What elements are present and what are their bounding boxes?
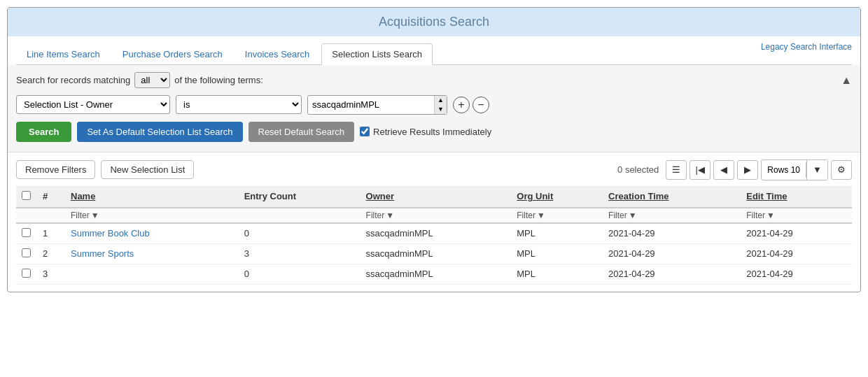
match-suffix: of the following terms: <box>174 75 262 85</box>
results-toolbar-left: Remove Filters New Selection List <box>16 160 194 179</box>
filter-funnel-icon-2: ▼ <box>386 211 394 220</box>
entry-count-col-label: Entry Count <box>244 191 296 201</box>
filter-icon: ☰ <box>672 164 680 175</box>
remove-filter-button[interactable]: − <box>472 97 489 113</box>
remove-filters-button[interactable]: Remove Filters <box>16 160 95 179</box>
filter-funnel-icon-3: ▼ <box>537 211 545 220</box>
row-checkbox-2[interactable] <box>22 269 31 278</box>
row-edit-time-0: 2021-04-29 <box>741 223 852 244</box>
prev-page-button[interactable]: ◀ <box>713 160 734 180</box>
column-settings-button[interactable]: ⚙ <box>831 160 852 180</box>
retrieve-immediately-label[interactable]: Retrieve Results Immediately <box>360 127 491 137</box>
operator-select[interactable]: is is not contains <box>176 95 302 114</box>
search-panel: Search for records matching all any of t… <box>8 65 860 152</box>
num-col-label: # <box>43 191 48 201</box>
collapse-button[interactable]: ▲ <box>841 74 852 87</box>
filter-criteria-row: Selection List - Owner is is not contain… <box>16 95 852 115</box>
row-num-0: 1 <box>37 223 65 244</box>
header-owner-col[interactable]: Owner <box>360 186 512 208</box>
spin-up-button[interactable]: ▲ <box>435 96 447 105</box>
row-num-2: 3 <box>37 264 65 284</box>
new-selection-list-button[interactable]: New Selection List <box>101 160 194 179</box>
legacy-search-link[interactable]: Legacy Search Interface <box>761 42 852 52</box>
row-entry-count-0: 0 <box>239 223 360 244</box>
rows-label: Rows 10 <box>762 162 806 178</box>
row-name-0: Summer Book Club <box>65 223 239 244</box>
select-all-checkbox[interactable] <box>22 191 31 200</box>
filter-funnel-icon: ▼ <box>91 211 99 220</box>
row-entry-count-1: 3 <box>239 243 360 264</box>
tab-line-items[interactable]: Line Items Search <box>16 43 111 64</box>
row-org-unit-0: MPL <box>511 223 603 244</box>
owner-filter: Filter ▼ <box>366 211 506 220</box>
value-field[interactable] <box>308 97 434 113</box>
tab-invoices[interactable]: Invoices Search <box>234 43 321 64</box>
row-checkbox-1[interactable] <box>22 248 31 257</box>
retrieve-immediately-checkbox[interactable] <box>360 127 370 136</box>
tab-purchase-orders[interactable]: Purchase Orders Search <box>112 43 233 64</box>
name-col-label: Name <box>71 191 95 201</box>
edit-time-col-label: Edit Time <box>746 191 787 201</box>
first-page-button[interactable]: |◀ <box>690 160 710 180</box>
row-num-1: 2 <box>37 243 65 264</box>
gear-icon: ⚙ <box>837 164 846 175</box>
prev-page-icon: ◀ <box>720 164 727 175</box>
org-unit-filter: Filter ▼ <box>517 211 597 220</box>
app-title: Acquisitions Search <box>379 15 489 29</box>
name-link-1[interactable]: Summer Sports <box>71 248 134 259</box>
rows-per-page-group: Rows 10 ▼ <box>761 159 828 180</box>
name-link-0[interactable]: Summer Book Club <box>71 228 150 239</box>
row-org-unit-1: MPL <box>511 243 603 264</box>
match-prefix: Search for records matching <box>16 75 130 85</box>
row-checkbox-0[interactable] <box>22 228 31 237</box>
search-button[interactable]: Search <box>16 122 71 142</box>
row-entry-count-2: 0 <box>239 264 360 284</box>
header-checkbox-col <box>16 186 37 208</box>
row-org-unit-2: MPL <box>511 264 603 284</box>
row-name-1: Summer Sports <box>65 243 239 264</box>
results-toolbar: Remove Filters New Selection List 0 sele… <box>16 159 852 180</box>
results-area: Remove Filters New Selection List 0 sele… <box>8 152 860 292</box>
spin-buttons: ▲ ▼ <box>434 96 447 114</box>
owner-col-label: Owner <box>366 191 394 201</box>
spin-down-button[interactable]: ▼ <box>435 105 447 114</box>
tab-selection-lists[interactable]: Selection Lists Search <box>321 43 433 65</box>
creation-time-col-label: Creation Time <box>608 191 668 201</box>
table-row: 2 Summer Sports 3 ssacqadminMPL MPL 2021… <box>16 243 852 264</box>
add-filter-button[interactable]: + <box>453 97 470 113</box>
next-page-icon: ▶ <box>744 164 751 175</box>
table-header-row: # Name Entry Count Owner Org Unit <box>16 186 852 208</box>
value-input-group: ▲ ▼ <box>307 95 447 115</box>
match-select[interactable]: all any <box>134 72 170 88</box>
header-edit-time-col[interactable]: Edit Time <box>741 186 852 208</box>
reset-default-button[interactable]: Reset Default Search <box>248 122 355 142</box>
search-panel-header: Search for records matching all any of t… <box>16 72 852 88</box>
rows-dropdown-button[interactable]: ▼ <box>806 160 827 180</box>
row-owner-0: ssacqadminMPL <box>360 223 512 244</box>
app-header: Acquisitions Search <box>8 8 860 36</box>
header-name-col[interactable]: Name <box>65 186 239 208</box>
app-container: Acquisitions Search Legacy Search Interf… <box>7 7 861 292</box>
row-creation-time-0: 2021-04-29 <box>603 223 741 244</box>
table-row: 3 0 ssacqadminMPL MPL 2021-04-29 2021-04… <box>16 264 852 284</box>
creation-filter: Filter ▼ <box>608 211 735 220</box>
header-org-unit-col[interactable]: Org Unit <box>511 186 603 208</box>
match-row: Search for records matching all any of t… <box>16 72 263 88</box>
results-toolbar-right: 0 selected ☰ |◀ ◀ ▶ Rows 10 ▼ ⚙ <box>617 159 852 180</box>
field-select[interactable]: Selection List - Owner <box>16 95 170 114</box>
row-owner-1: ssacqadminMPL <box>360 243 512 264</box>
org-unit-col-label: Org Unit <box>517 191 553 201</box>
table-row: 1 Summer Book Club 0 ssacqadminMPL MPL 2… <box>16 223 852 244</box>
name-filter: Filter ▼ <box>71 211 233 220</box>
row-edit-time-1: 2021-04-29 <box>741 243 852 264</box>
header-creation-time-col[interactable]: Creation Time <box>603 186 741 208</box>
filter-funnel-icon-5: ▼ <box>766 211 775 220</box>
filter-toggle-button[interactable]: ☰ <box>666 160 687 180</box>
header-entry-count-col: Entry Count <box>239 186 360 208</box>
first-page-icon: |◀ <box>696 164 705 175</box>
top-nav-area: Legacy Search Interface Line Items Searc… <box>8 36 860 65</box>
row-creation-time-2: 2021-04-29 <box>603 264 741 284</box>
set-default-button[interactable]: Set As Default Selection List Search <box>77 122 242 142</box>
header-num-col: # <box>37 186 65 208</box>
next-page-button[interactable]: ▶ <box>737 160 758 180</box>
